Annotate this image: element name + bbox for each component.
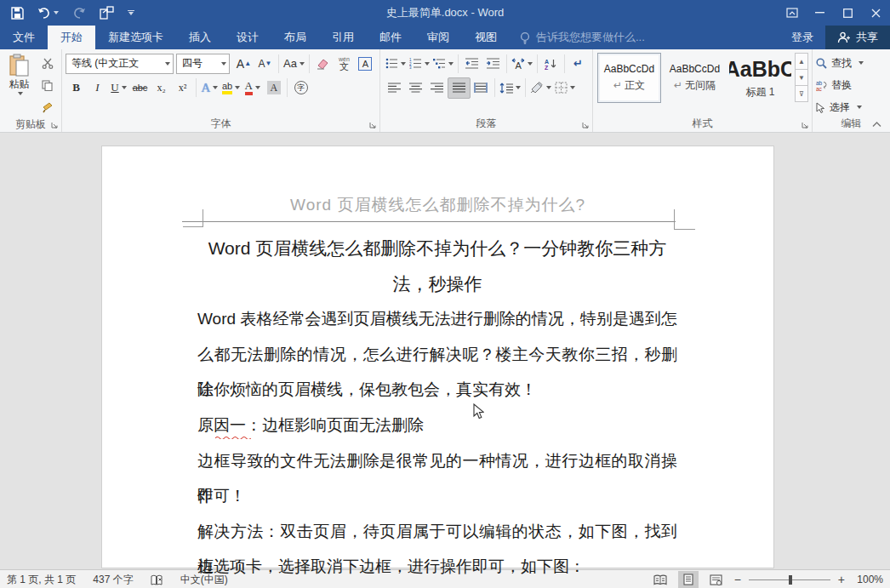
enclose-characters-button[interactable]: 字 [290, 78, 311, 98]
document-page[interactable]: Word 页眉横线怎么都删除不掉为什么? Word 页眉横线怎么都删除不掉为什么… [101, 146, 774, 568]
styles-gallery-more[interactable]: ⊽ [796, 86, 807, 101]
bold-button[interactable]: B [66, 78, 87, 98]
clear-formatting-button[interactable] [312, 54, 334, 73]
undo-button[interactable] [37, 8, 59, 19]
ribbon-display-options-button[interactable] [778, 0, 806, 26]
phonetic-guide-button[interactable]: wén 文 [334, 54, 355, 73]
paste-dropdown-caret[interactable] [18, 92, 23, 95]
customize-qat-button[interactable] [128, 10, 134, 15]
doc-line[interactable]: 法，秒操作 [197, 266, 677, 302]
tab-home[interactable]: 开始 [48, 26, 95, 49]
character-border-button[interactable]: A [355, 54, 376, 73]
shrink-font-button[interactable]: A▼ [254, 54, 276, 73]
clipboard-group-label: 剪贴板 [3, 117, 58, 132]
sort-button[interactable]: AZ [540, 54, 562, 73]
touch-mouse-mode-icon[interactable] [100, 6, 114, 20]
word-count[interactable]: 437 个字 [93, 573, 133, 587]
format-painter-button[interactable] [37, 98, 58, 117]
style-no-spacing[interactable]: AaBbCcDd ↵ 无间隔 [663, 53, 727, 103]
subscript-button[interactable]: x₂ [151, 78, 172, 98]
doc-line[interactable]: 即可！ [197, 478, 677, 514]
font-group-label: 字体 [66, 117, 376, 132]
page-indicator[interactable]: 第 1 页, 共 1 页 [7, 573, 76, 587]
superscript-button[interactable]: x² [172, 78, 193, 98]
doc-line[interactable]: 么都无法删除的情况，怎么进行解决呢？楼主今天教你三招，秒删除 [197, 337, 677, 373]
cut-button[interactable] [37, 54, 58, 73]
copy-button[interactable] [37, 76, 58, 95]
styles-scroll-down[interactable]: ▼ [796, 70, 807, 86]
paste-label: 粘贴 [9, 77, 30, 92]
share-button[interactable]: 共享 [825, 26, 890, 49]
doc-line[interactable]: 边框导致的文件无法删除是很常见的一种情况，进行边框的取消操作 [197, 443, 677, 479]
doc-line[interactable]: 让你烦恼的页眉横线，保包教包会，真实有效！ [197, 372, 677, 408]
replace-button[interactable]: abac 替换 [816, 76, 864, 94]
italic-button[interactable]: I [87, 78, 108, 98]
minimize-button[interactable] [806, 0, 834, 26]
tab-newtab[interactable]: 新建选项卡 [95, 26, 176, 49]
tab-design[interactable]: 设计 [224, 26, 271, 49]
tab-layout[interactable]: 布局 [271, 26, 319, 49]
align-center-button[interactable] [405, 78, 426, 98]
numbering-button[interactable]: 123 [408, 54, 431, 73]
font-name-combo[interactable]: 等线 (中文正文 [66, 54, 174, 74]
close-button[interactable] [862, 0, 890, 26]
collapse-ribbon-button[interactable] [872, 122, 881, 127]
borders-button[interactable] [553, 78, 577, 98]
paste-button[interactable]: 粘贴 [3, 52, 35, 95]
increase-indent-button[interactable] [482, 54, 504, 73]
tab-mailings[interactable]: 邮件 [367, 26, 414, 49]
undo-dropdown-caret[interactable] [54, 11, 59, 14]
zoom-slider-thumb[interactable] [789, 575, 792, 585]
zoom-in-button[interactable]: + [838, 574, 845, 585]
tab-review[interactable]: 审阅 [414, 26, 462, 49]
shading-button[interactable] [528, 78, 553, 98]
asian-layout-button[interactable]: A [510, 54, 534, 73]
zoom-slider[interactable] [749, 579, 830, 580]
paragraph-dialog-launcher[interactable] [582, 122, 589, 128]
style-heading1[interactable]: AaBbC 标题 1 [728, 53, 792, 103]
bullets-button[interactable] [384, 54, 408, 73]
tab-file[interactable]: 文件 [0, 26, 48, 49]
clipboard-dialog-launcher[interactable] [51, 122, 58, 128]
maximize-button[interactable] [834, 0, 862, 26]
doc-line[interactable]: Word 表格经常会遇到页眉横线无法进行删除的情况，特别是遇到怎 [197, 301, 677, 337]
select-button[interactable]: 选择 [816, 98, 864, 117]
zoom-out-button[interactable]: − [734, 574, 741, 585]
proofing-status-icon[interactable] [151, 574, 163, 585]
style-normal[interactable]: AaBbCcDd ↵ 正文 [597, 53, 661, 103]
character-shading-button[interactable]: A [263, 78, 284, 98]
tab-insert[interactable]: 插入 [176, 26, 224, 49]
text-effects-button[interactable]: A [199, 78, 220, 98]
text-highlight-button[interactable]: ab [220, 78, 242, 98]
styles-dialog-launcher[interactable] [802, 122, 808, 128]
tab-view[interactable]: 视图 [462, 26, 510, 49]
tell-me-box[interactable]: 告诉我您想要做什么... [510, 26, 655, 49]
multilevel-list-button[interactable] [431, 54, 455, 73]
save-icon[interactable] [11, 7, 24, 20]
zoom-level[interactable]: 100% [853, 574, 883, 585]
doc-line[interactable]: 原因一：边框影响页面无法删除 [197, 408, 677, 443]
align-left-button[interactable] [384, 78, 405, 98]
change-case-button[interactable]: Aa [282, 54, 306, 73]
styles-scroll-up[interactable]: ▲ [796, 54, 807, 70]
web-layout-button[interactable] [706, 571, 727, 588]
font-color-button[interactable]: A [242, 78, 263, 98]
underline-button[interactable]: U [108, 78, 129, 98]
grow-font-button[interactable]: A▲ [233, 54, 254, 73]
show-hide-mark-button[interactable]: ↵ [568, 54, 589, 73]
line-spacing-button[interactable] [498, 78, 522, 98]
decrease-indent-button[interactable] [461, 54, 482, 73]
doc-line[interactable]: 框选项卡，选择取消下边框，进行操作即可，如下图： [197, 549, 677, 585]
font-dialog-launcher[interactable] [369, 122, 376, 128]
font-size-combo[interactable]: 四号 [176, 54, 230, 74]
doc-line[interactable]: 解决方法：双击页眉，待页眉属于可以编辑的状态，如下图，找到边 [197, 514, 677, 550]
sign-in-button[interactable]: 登录 [779, 26, 825, 49]
find-button[interactable]: 查找 [816, 54, 864, 72]
align-right-button[interactable] [426, 78, 448, 98]
doc-line[interactable]: Word 页眉横线怎么都删除不掉为什么？一分钟教你三种方 [197, 231, 677, 266]
print-layout-button[interactable] [678, 571, 699, 588]
tab-references[interactable]: 引用 [319, 26, 367, 49]
distribute-button[interactable] [471, 78, 492, 98]
justify-button[interactable] [448, 77, 471, 99]
strikethrough-button[interactable]: abc [129, 78, 151, 98]
